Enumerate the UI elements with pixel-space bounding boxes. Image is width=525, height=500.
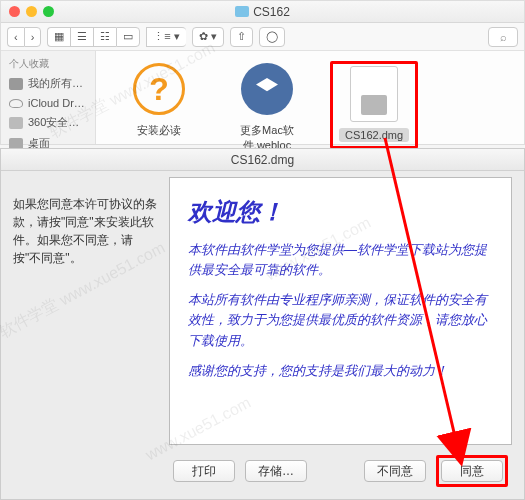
window-title: CS162 <box>235 5 290 19</box>
view-mode: ▦ ☰ ☷ ▭ <box>47 27 140 47</box>
view-list-button[interactable]: ☰ <box>70 27 93 47</box>
view-gallery-button[interactable]: ▭ <box>116 27 140 47</box>
file-item-dmg[interactable]: CS162.dmg <box>339 66 409 142</box>
finder-window: CS162 ‹ › ▦ ☰ ☷ ▭ ⋮≡ ▾ ✿ ▾ ⇧ ◯ ⌕ 个人收藏 我的… <box>0 0 525 145</box>
folder-icon <box>235 6 249 17</box>
search-icon: ⌕ <box>500 31 507 43</box>
help-icon <box>133 63 185 115</box>
dialog-button-row: 打印 存储… 不同意 同意 <box>169 445 512 491</box>
finder-sidebar: 个人收藏 我的所有… iCloud Dr… 360安全… 桌面 <box>1 51 96 144</box>
sidebar-item-360[interactable]: 360安全… <box>1 112 95 133</box>
view-columns-button[interactable]: ☷ <box>93 27 116 47</box>
file-label: CS162.dmg <box>339 128 409 142</box>
sidebar-item-icloud[interactable]: iCloud Dr… <box>1 94 95 112</box>
arrange-group: ⋮≡ ▾ <box>146 27 185 47</box>
sidebar-item-allfiles[interactable]: 我的所有… <box>1 73 95 94</box>
annotation-highlight-file: CS162.dmg <box>330 61 418 149</box>
license-heading: 欢迎您！ <box>188 196 493 228</box>
share-button[interactable]: ⇧ <box>230 27 253 47</box>
dmg-icon <box>350 66 398 122</box>
license-paragraph: 本软件由软件学堂为您提供—软件学堂下载站为您提供最安全最可靠的软件。 <box>188 240 493 280</box>
forward-button[interactable]: › <box>24 27 42 47</box>
appstore-icon <box>241 63 293 115</box>
dialog-side-text: 如果您同意本许可协议的条款，请按"同意"来安装此软件。如果您不同意，请按"不同意… <box>1 171 169 499</box>
save-button[interactable]: 存储… <box>245 460 307 482</box>
finder-content: 安装必读 更多Mac软件.webloc CS162.dmg <box>96 51 524 144</box>
sidebar-heading: 个人收藏 <box>1 55 95 73</box>
action-button[interactable]: ✿ ▾ <box>192 27 224 47</box>
file-label: 安装必读 <box>137 123 181 138</box>
close-icon[interactable] <box>9 6 20 17</box>
print-button[interactable]: 打印 <box>173 460 235 482</box>
drive-icon <box>9 117 23 129</box>
minimize-icon[interactable] <box>26 6 37 17</box>
file-item-readme[interactable]: 安装必读 <box>114 61 204 138</box>
view-icons-button[interactable]: ▦ <box>47 27 70 47</box>
disagree-button[interactable]: 不同意 <box>364 460 426 482</box>
license-dialog: CS162.dmg 如果您同意本许可协议的条款，请按"同意"来安装此软件。如果您… <box>0 148 525 500</box>
file-item-webloc[interactable]: 更多Mac软件.webloc <box>222 61 312 153</box>
annotation-highlight-agree: 同意 <box>436 455 508 487</box>
dialog-title: CS162.dmg <box>231 153 294 167</box>
license-text-area[interactable]: 欢迎您！ 本软件由软件学堂为您提供—软件学堂下载站为您提供最安全最可靠的软件。 … <box>169 177 512 445</box>
cloud-icon <box>9 99 23 108</box>
license-paragraph: 感谢您的支持，您的支持是我们最大的动力！ <box>188 361 493 381</box>
nav-buttons: ‹ › <box>7 27 41 47</box>
license-paragraph: 本站所有软件由专业程序师亲测，保证软件的安全有效性，致力于为您提供最优质的软件资… <box>188 290 493 350</box>
dialog-titlebar: CS162.dmg <box>1 149 524 171</box>
search-input[interactable]: ⌕ <box>488 27 518 47</box>
allfiles-icon <box>9 78 23 90</box>
arrange-button[interactable]: ⋮≡ ▾ <box>146 27 185 47</box>
back-button[interactable]: ‹ <box>7 27 24 47</box>
tags-button[interactable]: ◯ <box>259 27 285 47</box>
window-controls <box>9 6 54 17</box>
maximize-icon[interactable] <box>43 6 54 17</box>
agree-button[interactable]: 同意 <box>441 460 503 482</box>
finder-titlebar: CS162 <box>1 1 524 23</box>
finder-toolbar: ‹ › ▦ ☰ ☷ ▭ ⋮≡ ▾ ✿ ▾ ⇧ ◯ ⌕ <box>1 23 524 51</box>
